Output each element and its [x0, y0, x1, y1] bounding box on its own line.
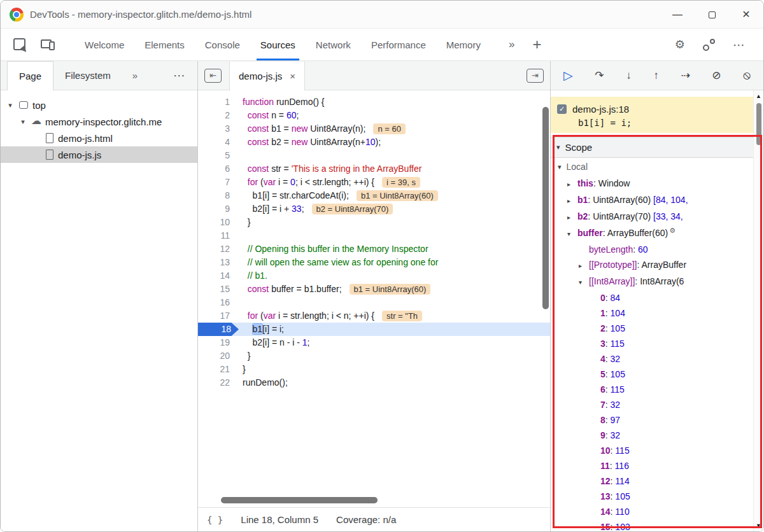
- code-line-21[interactable]: 21}: [198, 363, 550, 376]
- code-line-15[interactable]: 15 const buffer = b1.buffer;b1 = Uint8Ar…: [198, 283, 550, 296]
- scope-entry-1[interactable]: 1: 104: [551, 305, 753, 321]
- line-number[interactable]: 11: [198, 229, 239, 242]
- disclosure-triangle-icon[interactable]: ▸: [567, 177, 577, 192]
- step-into-button[interactable]: ↓: [626, 69, 632, 82]
- code-line-18[interactable]: 18 b1[i] = i;: [198, 323, 550, 336]
- tab-network[interactable]: Network: [306, 29, 361, 60]
- code-line-7[interactable]: 7 for (var i = 0; i < str.length; ++i) {…: [198, 176, 550, 189]
- scope-entry-12[interactable]: 12: 114: [551, 473, 753, 489]
- line-number[interactable]: 4: [198, 136, 239, 149]
- navigator-more-menu-button[interactable]: ⋯: [173, 68, 186, 83]
- tree-item-memory-inspector-glitch-me[interactable]: ▾memory-inspector.glitch.me: [1, 113, 197, 130]
- line-number[interactable]: 2: [198, 109, 239, 122]
- scope-entry-4[interactable]: 4: 32: [551, 351, 753, 367]
- scope-entry-11[interactable]: 11: 116: [551, 458, 753, 473]
- scroll-down-icon[interactable]: ▼: [756, 520, 761, 531]
- code-line-11[interactable]: 11: [198, 229, 550, 242]
- scope-entry-buffer[interactable]: ▾buffer: ArrayBuffer(60)⚙: [551, 225, 753, 242]
- execution-pointer-badge[interactable]: 18: [198, 323, 239, 336]
- scope-entry-7[interactable]: 7: 32: [551, 397, 753, 412]
- device-toolbar-button[interactable]: [40, 37, 55, 52]
- deactivate-breakpoints-button[interactable]: ⊘: [712, 69, 721, 82]
- code-line-6[interactable]: 6 const str = 'This is a string in the A…: [198, 162, 550, 176]
- disclosure-triangle-icon[interactable]: ▾: [579, 275, 589, 290]
- scope-entry-15[interactable]: 15: 103: [551, 519, 753, 531]
- hide-navigator-button[interactable]: ⇤: [204, 69, 222, 83]
- open-in-new-panel-button[interactable]: ⇥: [527, 69, 544, 83]
- line-number[interactable]: 8: [198, 189, 239, 202]
- scope-entry-13[interactable]: 13: 105: [551, 489, 753, 504]
- sidebar-scrollbar[interactable]: ▲ ▼: [753, 90, 763, 531]
- navigator-tab-filesystem[interactable]: Filesystem: [53, 61, 122, 90]
- code-line-20[interactable]: 20 }: [198, 349, 550, 363]
- line-number[interactable]: 22: [198, 376, 239, 389]
- line-number[interactable]: 17: [198, 309, 239, 323]
- line-number[interactable]: 10: [198, 216, 239, 229]
- dont-pause-on-exceptions-button[interactable]: ⦸: [743, 69, 751, 82]
- more-menu-button[interactable]: ⋯: [733, 38, 746, 52]
- scope-entry-b2[interactable]: ▸b2: Uint8Array(70) [33, 34,: [551, 209, 753, 225]
- new-tab-button[interactable]: +: [532, 36, 541, 53]
- tab-memory[interactable]: Memory: [436, 29, 491, 60]
- tree-item-demo-js-html[interactable]: demo-js.html: [1, 130, 197, 146]
- scope-entry-bytelength[interactable]: byteLength: 60: [551, 242, 753, 257]
- scrollbar-thumb[interactable]: [756, 103, 761, 145]
- scope-entry-0[interactable]: 0: 84: [551, 290, 753, 305]
- scope-entry-10[interactable]: 10: 115: [551, 443, 753, 458]
- tab-console[interactable]: Console: [195, 29, 250, 60]
- line-number[interactable]: 12: [198, 242, 239, 256]
- navigator-tab-page[interactable]: Page: [7, 61, 53, 90]
- line-number[interactable]: 9: [198, 202, 239, 216]
- close-tab-icon[interactable]: ×: [290, 71, 295, 81]
- scope-entry-8[interactable]: 8: 97: [551, 412, 753, 428]
- scope-section-header[interactable]: ▾ Scope: [551, 137, 753, 158]
- tree-item-top[interactable]: ▾top: [1, 97, 197, 113]
- tree-item-demo-js-js[interactable]: demo-js.js: [1, 146, 197, 163]
- tab-sources[interactable]: Sources: [250, 29, 306, 60]
- scope-entry-prototype[interactable]: ▸[[Prototype]]: ArrayBuffer: [551, 257, 753, 274]
- code-line-22[interactable]: 22runDemo();: [198, 376, 550, 389]
- editor-horizontal-scrollbar[interactable]: [221, 497, 378, 503]
- step-button[interactable]: ⇢: [681, 69, 690, 82]
- scope-entry-6[interactable]: 6: 115: [551, 382, 753, 397]
- scroll-up-icon[interactable]: ▲: [756, 90, 761, 102]
- code-line-2[interactable]: 2 const n = 60;: [198, 109, 550, 122]
- minimize-button[interactable]: —: [660, 1, 695, 29]
- maximize-button[interactable]: [695, 1, 729, 29]
- line-number[interactable]: 21: [198, 363, 239, 376]
- line-number[interactable]: 6: [198, 162, 239, 176]
- line-number[interactable]: 16: [198, 296, 239, 309]
- line-number[interactable]: 5: [198, 149, 239, 162]
- scope-entry-14[interactable]: 14: 110: [551, 504, 753, 519]
- tab-performance[interactable]: Performance: [361, 29, 436, 60]
- disclosure-triangle-icon[interactable]: ▾: [567, 227, 577, 242]
- line-number[interactable]: 15: [198, 283, 239, 296]
- expand-triangle-icon[interactable]: ▾: [18, 118, 27, 126]
- disclosure-triangle-icon[interactable]: ▸: [567, 210, 577, 225]
- line-number[interactable]: 13: [198, 256, 239, 269]
- code-line-12[interactable]: 12 // Opening this buffer in the Memory …: [198, 242, 550, 256]
- code-line-1[interactable]: 1function runDemo() {: [198, 95, 550, 109]
- scope-entry-3[interactable]: 3: 115: [551, 336, 753, 351]
- line-number[interactable]: 20: [198, 349, 239, 363]
- inspect-element-button[interactable]: [12, 37, 27, 52]
- close-button[interactable]: ✕: [729, 1, 763, 29]
- scope-entry-9[interactable]: 9: 32: [551, 428, 753, 443]
- expand-triangle-icon[interactable]: ▾: [6, 101, 15, 109]
- scope-entry-b1[interactable]: ▸b1: Uint8Array(60) [84, 104,: [551, 192, 753, 209]
- code-line-13[interactable]: 13 // will open the same view as for ope…: [198, 256, 550, 269]
- scope-local-row[interactable]: ▾ Local: [551, 158, 753, 176]
- code-line-5[interactable]: 5: [198, 149, 550, 162]
- disclosure-triangle-icon[interactable]: ▸: [579, 258, 589, 274]
- resume-script-button[interactable]: ▷: [563, 68, 573, 83]
- navigator-more-tabs-button[interactable]: »: [132, 70, 138, 81]
- scope-entry-int8array[interactable]: ▾[[Int8Array]]: Int8Array(6: [551, 274, 753, 290]
- line-number[interactable]: 19: [198, 336, 239, 349]
- line-number[interactable]: 14: [198, 269, 239, 283]
- step-over-button[interactable]: ↷: [595, 69, 604, 82]
- line-number[interactable]: 1: [198, 95, 239, 109]
- more-tabs-button[interactable]: »: [509, 38, 514, 51]
- line-number[interactable]: 3: [198, 122, 239, 136]
- profiles-icon[interactable]: [703, 39, 715, 51]
- code-line-9[interactable]: 9 b2[i] = i + 33;b2 = Uint8Array(70): [198, 202, 550, 216]
